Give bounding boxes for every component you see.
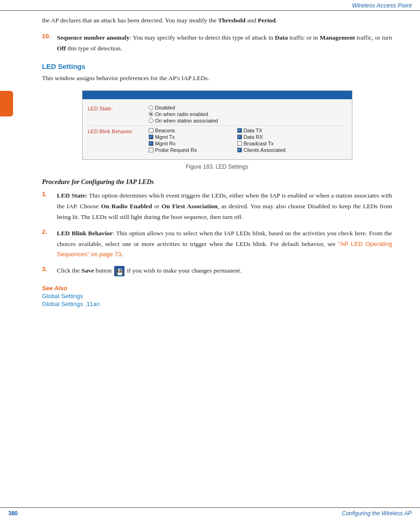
link-global-settings-11an[interactable]: Global Settings .11an [42,300,392,307]
led-blink-label: LED Blink Behavior: [88,128,149,134]
checkbox-beacons [149,128,153,133]
led-blink-bold: LED Blink Behavior [57,230,113,237]
check-data-rx[interactable]: ✓ Data RX [237,134,321,140]
procedure-item-1: 1. LED State: This option determines whi… [42,191,392,223]
checkbox-probe-req-rx [149,148,153,152]
led-blink-options: Beacons ✓ Data TX ✓ Mgmt Tx ✓ Data RX [149,128,321,153]
proc-num-3: 3. [42,266,57,276]
sidebar-tab [0,91,13,116]
header-title: Wireless Access Point [352,2,412,9]
list-item-10: 10. Sequence number anomaly: You may spe… [42,33,392,54]
checkbox-data-tx: ✓ [237,128,242,133]
led-state-bold: LED State: [57,192,87,199]
see-also-section: See Also Global Settings Global Settings… [42,285,392,307]
check-label-mgmt-rx: Mgmt Rx [155,141,176,146]
save-bold: Save [82,267,94,274]
checkbox-clients-assoc: ✓ [237,148,242,152]
led-state-options: Disabled On when radio enabled On when s… [149,105,218,123]
radio-disabled[interactable]: Disabled [149,105,218,110]
management-bold: Management [320,34,355,41]
save-icon[interactable]: 💾 [114,266,124,276]
led-blink-row: LED Blink Behavior: Beacons ✓ Data TX ✓ [88,126,346,155]
link-global-settings[interactable]: Global Settings [42,293,392,300]
check-beacons[interactable]: Beacons [149,128,233,133]
check-label-data-rx: Data RX [244,134,263,140]
ap-led-link[interactable]: "AP LED Operating Sequences" on page 73 [57,240,392,258]
checkbox-mgmt-tx: ✓ [149,135,153,139]
led-state-row: LED State: Disabled On when radio enable… [88,103,346,126]
figure-box: LED State: Disabled On when radio enable… [82,90,352,160]
led-settings-heading: LED Settings [42,62,392,70]
led-section-description: This window assigns behavior preferences… [42,73,392,84]
check-broadcast-tx[interactable]: Broadcast Tx [237,141,321,146]
on-radio-enabled-bold: On Radio Enabled [101,203,152,210]
proc-content-1: LED State: This option determines which … [57,191,392,223]
procedure-item-3: 3. Click the Save button 💾 if you wish t… [42,266,392,276]
item-10-number: 10. [42,33,57,54]
check-label-broadcast-tx: Broadcast Tx [244,141,274,146]
check-clients-assoc[interactable]: ✓ Clients Associated [237,147,321,153]
see-also-links: Global Settings Global Settings .11an [42,293,392,307]
radio-circle-station [149,118,153,123]
check-label-data-tx: Data TX [244,128,262,133]
checkbox-broadcast-tx [237,141,242,146]
footer-section-title: Configuring the Wireless AP [342,510,412,517]
check-probe-req-rx[interactable]: Probe Request Rx [149,147,233,153]
radio-circle-enabled [149,112,153,116]
led-state-label: LED State: [88,105,149,111]
figure-top-bar [83,91,352,99]
see-also-heading: See Also [42,285,392,292]
period-bold: Period [258,17,275,24]
intro-paragraph: the AP declares that an attack has been … [42,15,392,26]
radio-label-enabled: On when radio enabled [155,111,208,117]
checkbox-data-rx: ✓ [237,135,242,139]
proc-content-2: LED Blink Behavior: This option allows y… [57,228,392,260]
check-label-probe-req-rx: Probe Request Rx [155,147,197,153]
proc-num-1: 1. [42,191,57,223]
figure-caption: Figure 183. LED Settings [186,164,248,170]
footer-page-number: 380 [8,510,18,517]
main-content: the AP declares that an attack has been … [0,11,420,312]
figure-container: LED State: Disabled On when radio enable… [42,90,392,170]
check-label-clients-assoc: Clients Associated [244,147,286,153]
check-mgmt-rx[interactable]: ✓ Mgmt Rx [149,141,233,146]
data-bold: Data [275,34,288,41]
radio-label-disabled: Disabled [155,105,175,110]
radio-on-radio-enabled[interactable]: On when radio enabled [149,111,218,117]
radio-label-station: On when station associated [155,118,218,123]
radio-circle-disabled [149,105,153,110]
off-bold: Off [57,45,66,52]
procedure-item-2: 2. LED Blink Behavior: This option allow… [42,228,392,260]
page-header: Wireless Access Point [0,0,420,11]
check-data-tx[interactable]: ✓ Data TX [237,128,321,133]
radio-on-station[interactable]: On when station associated [149,118,218,123]
on-first-assoc-bold: On First Association [162,203,218,210]
threshold-bold: Threshold [218,17,246,24]
page-footer: 380 Configuring the Wireless AP [0,507,420,519]
proc-content-3: Click the Save button 💾 if you wish to m… [57,266,241,276]
figure-inner: LED State: Disabled On when radio enable… [83,99,352,159]
check-label-mgmt-tx: Mgmt Tx [155,134,175,140]
check-label-beacons: Beacons [155,128,175,133]
item-10-content: Sequence number anomaly: You may specify… [57,33,392,54]
check-mgmt-tx[interactable]: ✓ Mgmt Tx [149,134,233,140]
proc-num-2: 2. [42,228,57,260]
checkbox-mgmt-rx: ✓ [149,141,153,146]
procedure-heading: Procedure for Configuring the IAP LEDs [42,178,392,186]
sequence-anomaly-bold: Sequence number anomaly [57,34,130,41]
